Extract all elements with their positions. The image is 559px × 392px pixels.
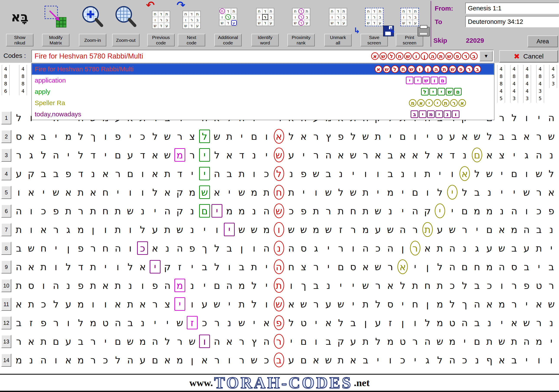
matrix-cell[interactable]: ש [273,202,285,220]
matrix-cell[interactable]: מ [223,202,236,220]
matrix-cell[interactable]: נ [186,276,198,295]
matrix-cell[interactable]: ן [421,258,434,276]
matrix-cell[interactable]: ו [136,164,149,183]
matrix-cell[interactable]: ר [174,127,186,146]
show-nikud-button[interactable]: בָּא Show nikud [3,0,36,46]
matrix-cell[interactable]: צ [186,127,198,146]
matrix-cell[interactable]: ם [112,146,124,164]
matrix-cell[interactable]: מ [359,220,372,239]
matrix-cell[interactable]: ת [25,295,37,313]
matrix-cell[interactable]: י [508,183,520,202]
matrix-cell[interactable]: ו [496,276,508,295]
matrix-cell[interactable]: ע [136,351,149,369]
matrix-cell[interactable]: ל [471,164,483,183]
matrix-cell[interactable]: ס [347,258,359,276]
matrix-cell[interactable]: ל [483,127,496,146]
matrix-cell[interactable]: מ [13,351,25,369]
matrix-cell[interactable]: י [347,276,359,295]
matrix-cell[interactable]: נ [483,183,496,202]
matrix-cell[interactable]: י [99,146,112,164]
matrix-cell[interactable]: ו [421,183,434,202]
matrix-cell[interactable]: פ [273,313,285,332]
matrix-cell[interactable]: ל [112,351,124,369]
codes-combobox[interactable]: Fire for Heshvan 5780 Rabbi/Multi אשלחשו… [31,50,494,62]
matrix-cell[interactable]: ל [37,146,50,164]
matrix-cell[interactable]: י [211,202,223,220]
matrix-cell[interactable]: ב [273,351,285,369]
matrix-cell[interactable]: ו [50,351,62,369]
matrix-cell[interactable]: א [62,351,75,369]
matrix-cell[interactable]: מ [186,183,198,202]
matrix-cell[interactable]: ע [124,146,136,164]
matrix-cell[interactable]: א [149,146,161,164]
matrix-cell[interactable]: ת [112,220,124,239]
matrix-cell[interactable]: ד [446,146,458,164]
matrix-cell[interactable]: פ [545,202,558,220]
matrix-cell[interactable]: ך [198,239,211,258]
matrix-cell[interactable]: ו [13,183,25,202]
matrix-cell[interactable]: ת [335,351,347,369]
matrix-cell[interactable]: ת [223,127,236,146]
matrix-cell[interactable]: א [434,146,446,164]
matrix-cell[interactable]: ג [471,239,483,258]
matrix-cell[interactable]: ה [285,239,298,258]
matrix-cell[interactable]: נ [273,239,285,258]
matrix-cell[interactable]: ו [124,239,136,258]
matrix-cell[interactable]: ר [310,258,322,276]
matrix-cell[interactable]: ע [520,239,533,258]
matrix-cell[interactable]: ו [533,351,545,369]
matrix-cell[interactable]: ב [508,239,520,258]
matrix-cell[interactable]: פ [37,313,50,332]
matrix-cell[interactable]: י [471,220,483,239]
identify-word-button[interactable]: חדתורבשדע Identify word [249,0,281,46]
matrix-cell[interactable]: י [124,127,136,146]
matrix-cell[interactable]: ש [124,202,136,220]
matrix-cell[interactable]: י [520,295,533,313]
matrix-cell[interactable]: י [508,146,520,164]
matrix-cell[interactable]: ה [211,164,223,183]
matrix-cell[interactable]: י [223,220,236,239]
matrix-cell[interactable]: ת [13,220,25,239]
matrix-cell[interactable]: ח [421,276,434,295]
matrix-cell[interactable]: ט [397,332,409,351]
matrix-cell[interactable]: ש [520,313,533,332]
matrix-cell[interactable]: א [508,313,520,332]
matrix-cell[interactable]: ל [62,258,75,276]
matrix-cell[interactable]: ת [310,202,322,220]
matrix-cell[interactable]: ז [384,313,397,332]
matrix-cell[interactable]: פ [75,276,87,295]
matrix-cell[interactable]: ר [174,332,186,351]
matrix-cell[interactable]: ז [186,313,198,332]
matrix-cell[interactable]: ל [434,258,446,276]
matrix-cell[interactable]: פ [50,202,62,220]
matrix-cell[interactable]: ה [446,239,458,258]
matrix-cell[interactable]: י [149,313,161,332]
matrix-cell[interactable]: כ [136,239,149,258]
matrix-cell[interactable]: מ [174,351,186,369]
matrix-cell[interactable]: ת [37,258,50,276]
matrix-cell[interactable]: כ [533,202,545,220]
matrix-cell[interactable]: נ [87,164,99,183]
matrix-cell[interactable]: ק [174,183,186,202]
matrix-cell[interactable]: כ [446,276,458,295]
matrix-cell[interactable]: א [483,146,496,164]
matrix-cell[interactable]: ם [298,351,310,369]
matrix-cell[interactable]: י [533,108,545,127]
matrix-cell[interactable]: ע [322,295,335,313]
matrix-cell[interactable]: ל [508,108,520,127]
matrix-cell[interactable]: ה [161,202,174,220]
matrix-cell[interactable]: נ [223,313,236,332]
matrix-cell[interactable]: ל [434,351,446,369]
matrix-cell[interactable]: י [260,276,273,295]
matrix-cell[interactable]: כ [285,202,298,220]
matrix-cell[interactable]: ח [347,202,359,220]
area-button[interactable]: Area [528,36,558,47]
matrix-cell[interactable]: ש [533,164,545,183]
matrix-cell[interactable]: מ [174,276,186,295]
matrix-cell[interactable]: ץ [248,332,260,351]
matrix-cell[interactable]: ח [471,258,483,276]
matrix-cell[interactable]: ה [260,239,273,258]
matrix-cell[interactable]: ה [112,313,124,332]
matrix-cell[interactable]: ל [161,332,174,351]
matrix-cell[interactable]: ע [372,220,384,239]
